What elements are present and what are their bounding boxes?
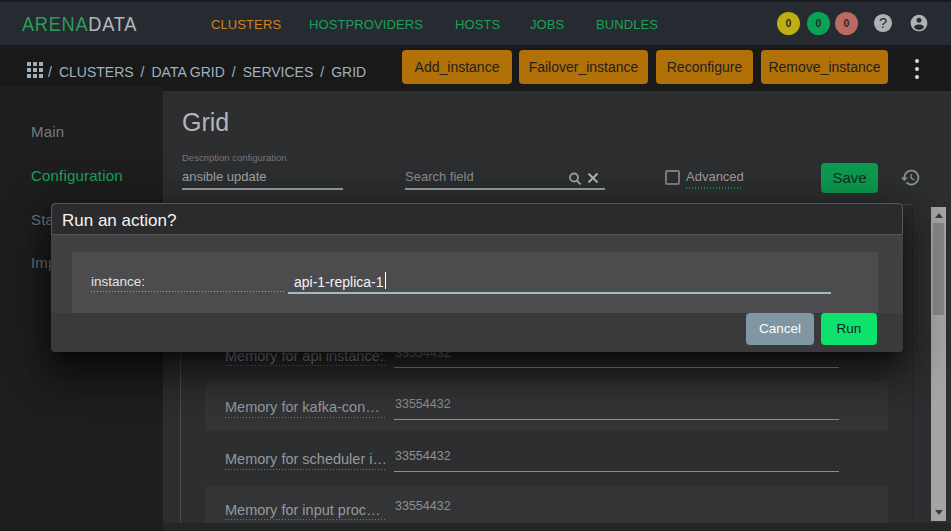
- svg-text:?: ?: [879, 15, 887, 31]
